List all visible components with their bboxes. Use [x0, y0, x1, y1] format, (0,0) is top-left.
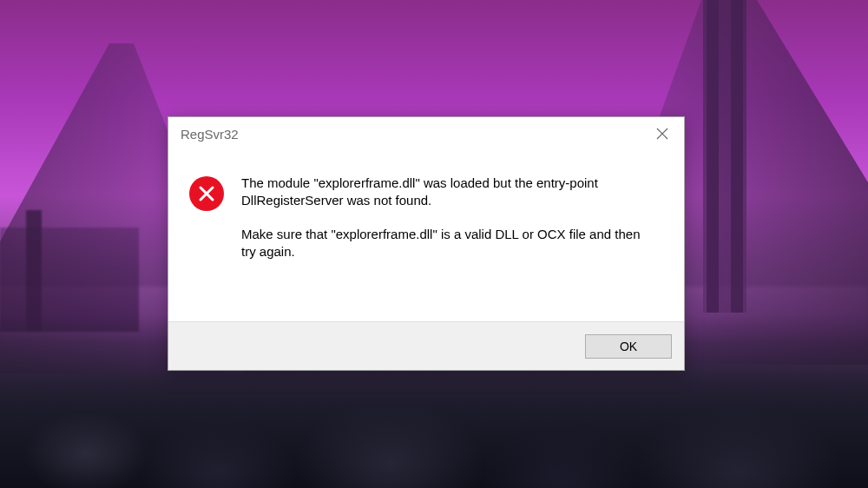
- dialog-footer: OK: [168, 321, 684, 370]
- error-dialog: RegSvr32 The module "explorerframe.dll" …: [168, 116, 685, 371]
- dialog-titlebar[interactable]: RegSvr32: [168, 117, 684, 150]
- dialog-title: RegSvr32: [181, 127, 239, 142]
- close-icon: [656, 128, 668, 140]
- message-line-1: The module "explorerframe.dll" was loade…: [241, 175, 656, 210]
- close-button[interactable]: [641, 117, 684, 150]
- ok-button[interactable]: OK: [585, 334, 672, 359]
- dialog-content: The module "explorerframe.dll" was loade…: [168, 150, 684, 321]
- dialog-message: The module "explorerframe.dll" was loade…: [241, 175, 656, 313]
- error-icon: [189, 176, 224, 211]
- error-icon-container: [189, 176, 224, 211]
- message-line-2: Make sure that "explorerframe.dll" is a …: [241, 226, 656, 261]
